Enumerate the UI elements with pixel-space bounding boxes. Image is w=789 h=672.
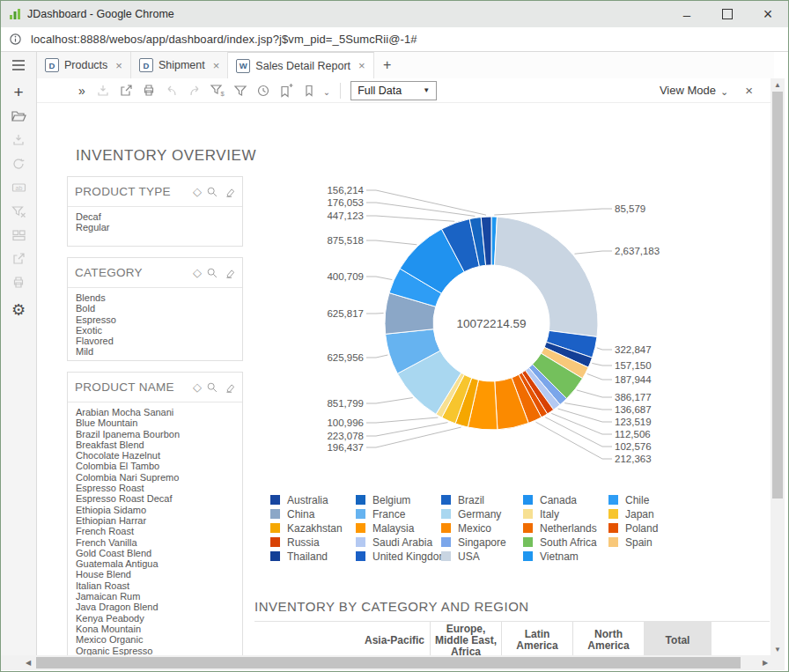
legend-item-saudi-arabia[interactable]: Saudi Arabia bbox=[356, 536, 441, 548]
legend-item-germany[interactable]: Germany bbox=[441, 508, 523, 520]
legend-item-canada[interactable]: Canada bbox=[523, 494, 608, 506]
redo-button[interactable] bbox=[186, 82, 203, 100]
view-mode-button[interactable]: View Mode bbox=[660, 84, 716, 97]
scroll-up-icon[interactable]: ▲ bbox=[771, 78, 785, 91]
legend-item-kazakhstan[interactable]: Kazakhstan bbox=[270, 522, 356, 534]
scroll-down-icon[interactable]: ▼ bbox=[771, 643, 785, 655]
legend-item-usa[interactable]: USA bbox=[441, 550, 523, 562]
legend-item-australia[interactable]: Australia bbox=[270, 494, 356, 506]
search-icon[interactable] bbox=[206, 186, 218, 198]
settings-button[interactable]: ⚙ bbox=[7, 300, 30, 320]
tab-close-icon[interactable]: × bbox=[115, 59, 122, 72]
history-button[interactable] bbox=[254, 82, 272, 100]
column-header-asia-pacific[interactable]: Asia-Pacific bbox=[359, 622, 430, 655]
filter-list-item[interactable]: Arabian Mocha Sanani bbox=[76, 407, 234, 417]
eraser-icon[interactable] bbox=[223, 267, 235, 279]
filter-list-item[interactable]: Breakfast Blend bbox=[76, 439, 234, 450]
select-values-icon[interactable]: ◇ bbox=[193, 380, 202, 394]
tab-close-icon[interactable]: × bbox=[213, 59, 220, 72]
tab-close-icon[interactable]: × bbox=[358, 59, 365, 72]
share-button[interactable] bbox=[7, 249, 30, 269]
undo-button[interactable] bbox=[163, 82, 181, 100]
save-button-side[interactable] bbox=[7, 130, 30, 150]
export-button[interactable] bbox=[117, 82, 135, 100]
filter-list-item[interactable]: Mexico Organic bbox=[76, 634, 234, 645]
close-report-button[interactable]: × bbox=[745, 83, 753, 98]
filter-list-item[interactable]: Decaf bbox=[76, 211, 234, 222]
close-button[interactable]: × bbox=[748, 1, 788, 27]
bookmark-button[interactable] bbox=[300, 82, 318, 100]
legend-item-poland[interactable]: Poland bbox=[608, 522, 694, 534]
legend-item-russia[interactable]: Russia bbox=[270, 536, 356, 548]
filter-list-item[interactable]: Blends bbox=[76, 292, 234, 303]
minimize-button[interactable]: – bbox=[667, 1, 707, 27]
legend-item-thailand[interactable]: Thailand bbox=[270, 550, 356, 562]
print-button[interactable] bbox=[140, 82, 158, 100]
eraser-icon[interactable] bbox=[223, 381, 235, 394]
filter-list-item[interactable]: Blue Mountain bbox=[76, 417, 234, 428]
filter-list-item[interactable]: Jamaican Rum bbox=[76, 591, 234, 602]
legend-item-chile[interactable]: Chile bbox=[608, 494, 694, 506]
horizontal-scrollbar-thumb[interactable] bbox=[36, 657, 741, 668]
filter-list-item[interactable]: Regular bbox=[76, 222, 234, 233]
filter-list-item[interactable]: Mild bbox=[76, 346, 234, 357]
toolbar-more-icon[interactable]: ⌄ bbox=[323, 87, 330, 97]
legend-item-japan[interactable]: Japan bbox=[608, 508, 694, 520]
select-values-icon[interactable]: ◇ bbox=[193, 266, 202, 279]
info-icon[interactable] bbox=[9, 33, 22, 46]
filter-list-item[interactable]: Chocolate Hazelnut bbox=[76, 450, 234, 461]
new-tab-button[interactable]: + bbox=[374, 52, 401, 78]
filter-list-item[interactable]: Ethiopian Harrar bbox=[76, 515, 234, 526]
legend-item-malaysia[interactable]: Malaysia bbox=[356, 522, 441, 534]
url-text[interactable]: localhost:8888/webos/app/dashboard/index… bbox=[31, 33, 417, 46]
data-scope-select[interactable]: Full Data ▼ bbox=[350, 81, 437, 100]
filter-list-item[interactable]: Flavored bbox=[76, 336, 234, 346]
toolbar-collapse-icon[interactable]: » bbox=[78, 84, 85, 98]
filter-list-item[interactable]: Ethiopia Sidamo bbox=[76, 505, 234, 515]
filter-values-button[interactable]: $ bbox=[209, 82, 226, 100]
legend-item-mexico[interactable]: Mexico bbox=[441, 522, 523, 534]
filter-list-item[interactable]: Italian Roast bbox=[76, 580, 234, 591]
vertical-scrollbar[interactable]: ▲ ▼ bbox=[771, 78, 785, 655]
column-header-europe-middle-east-africa[interactable]: Europe, Middle East, Africa bbox=[430, 622, 501, 655]
eraser-icon[interactable] bbox=[223, 186, 235, 198]
legend-item-spain[interactable]: Spain bbox=[608, 536, 694, 548]
filter-list-item[interactable]: Espresso bbox=[76, 314, 234, 325]
filter-list-item[interactable]: Organic Espresso bbox=[76, 646, 234, 655]
vertical-scrollbar-thumb[interactable] bbox=[772, 92, 783, 498]
filter-list-item[interactable]: House Blend bbox=[76, 569, 234, 580]
filter-list-item[interactable]: French Roast bbox=[76, 526, 234, 536]
legend-item-belgium[interactable]: Belgium bbox=[356, 494, 441, 506]
clear-filter-button[interactable] bbox=[7, 202, 30, 221]
scroll-left-icon[interactable]: ◀ bbox=[22, 659, 34, 667]
search-icon[interactable] bbox=[206, 381, 218, 394]
legend-item-united-kingdom[interactable]: United Kingdom bbox=[356, 550, 441, 562]
filter-list-item[interactable]: Colombia El Tambo bbox=[76, 461, 234, 471]
menu-icon[interactable] bbox=[11, 58, 26, 72]
legend-item-italy[interactable]: Italy bbox=[523, 508, 608, 520]
filter-list-item[interactable]: Kona Mountain bbox=[76, 624, 234, 634]
label-button[interactable]: ab bbox=[7, 178, 30, 197]
select-values-icon[interactable]: ◇ bbox=[193, 185, 202, 198]
column-header-north-america[interactable]: North America bbox=[572, 622, 644, 655]
tab-sales-detail-report[interactable]: WSales Detail Report× bbox=[228, 52, 373, 79]
filter-list-item[interactable]: Java Dragon Blend bbox=[76, 602, 234, 612]
filter-list-item[interactable]: French Vanilla bbox=[76, 537, 234, 548]
legend-item-vietnam[interactable]: Vietnam bbox=[523, 550, 608, 562]
filter-list-item[interactable]: Guatemala Antigua bbox=[76, 558, 234, 569]
filter-button[interactable] bbox=[232, 82, 249, 100]
open-button[interactable] bbox=[7, 107, 30, 126]
filter-list-item[interactable]: Espresso Roast bbox=[76, 483, 234, 493]
legend-item-france[interactable]: France bbox=[356, 508, 441, 520]
print-button-side[interactable] bbox=[7, 273, 30, 292]
filter-list-item[interactable]: Brazil Ipanema Bourbon bbox=[76, 429, 234, 439]
filter-list-item[interactable]: Espresso Roast Decaf bbox=[76, 493, 234, 504]
save-button[interactable] bbox=[94, 82, 112, 100]
tab-products[interactable]: DProducts× bbox=[37, 52, 131, 78]
tab-shipment[interactable]: DShipment× bbox=[131, 52, 228, 78]
filter-list-item[interactable]: Exotic bbox=[76, 325, 234, 336]
filter-list-item[interactable]: Colombia Nari Supremo bbox=[76, 472, 234, 483]
legend-item-singapore[interactable]: Singapore bbox=[441, 536, 523, 548]
filter-list-item[interactable]: Gold Coast Blend bbox=[76, 548, 234, 558]
filter-list-item[interactable]: Kenya Peabody bbox=[76, 613, 234, 624]
